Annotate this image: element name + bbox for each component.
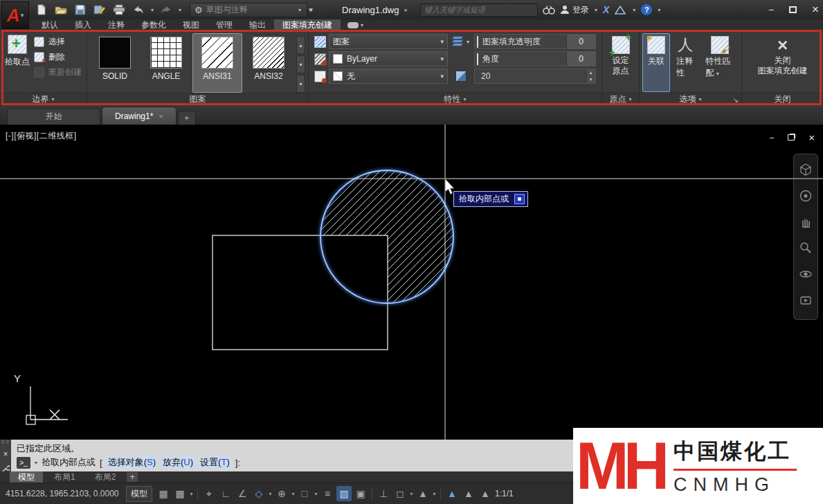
tab-parametric[interactable]: 参数化	[133, 19, 174, 30]
pattern-ansi32[interactable]: ANSI32	[244, 33, 293, 93]
annotation-scale-value[interactable]: 1:1/1	[495, 489, 514, 498]
doc-restore-button[interactable]	[788, 134, 795, 141]
pattern-solid[interactable]: SOLID	[90, 33, 140, 93]
help-button[interactable]: ?	[641, 4, 652, 15]
tab-close-icon[interactable]: ×	[159, 112, 163, 120]
panel-options-footer[interactable]: 选项 ▾ ↘	[640, 92, 741, 105]
doc-nav-arrow-icon[interactable]: ▸	[404, 6, 408, 13]
hatch-color-combo[interactable]: ByLayer ▾	[329, 51, 448, 66]
pattern-ansi31[interactable]: ANSI31	[192, 33, 242, 93]
new-file-button[interactable]	[33, 2, 50, 17]
option-settings[interactable]: 设置(T)	[199, 456, 231, 469]
search-input[interactable]	[420, 3, 538, 17]
viewport-controls[interactable]: [-][俯视][二维线框]	[6, 130, 77, 142]
transparency-toggle[interactable]: ▨	[336, 486, 352, 501]
search-binoculars-icon[interactable]	[542, 3, 556, 17]
object-snap-toggle[interactable]: □	[297, 486, 312, 501]
orbit-icon[interactable]	[799, 267, 813, 285]
pan-hand-icon[interactable]	[799, 215, 813, 233]
tab-start[interactable]: 开始	[7, 108, 100, 125]
dynamic-ucs-toggle[interactable]: ⊥	[376, 486, 391, 501]
annotation-monitor-caret[interactable]: ▾	[431, 491, 437, 497]
hatch-transparency-field[interactable]: 图案填充透明度 0	[474, 34, 596, 49]
drawing-canvas[interactable]: [-][俯视][二维线框] − × 拾取内部点或 Y	[0, 125, 823, 440]
doc-minimize-button[interactable]: −	[769, 133, 774, 143]
a360-caret[interactable]: ▾	[631, 7, 637, 13]
object-snap-tracking-toggle[interactable]: ⊕	[274, 486, 289, 501]
new-layout-button[interactable]: +	[127, 472, 138, 482]
workspace-cube-button[interactable]: ◻	[392, 486, 408, 501]
pick-points-button[interactable]: + 拾取点	[3, 33, 32, 92]
doc-close-button[interactable]: ×	[808, 132, 815, 143]
prompt-caret[interactable]: ▾	[35, 460, 37, 466]
exchange-apps-icon[interactable]: X	[603, 4, 609, 15]
pattern-angle[interactable]: ANGLE	[141, 33, 191, 93]
model-space-button[interactable]: 模型	[126, 486, 152, 502]
close-hatch-creation-button[interactable]: × 关闭图案填充创建	[753, 33, 813, 92]
customize-wrench-icon[interactable]	[1, 465, 10, 471]
recreate-boundary-button[interactable]: 重新创建	[33, 66, 82, 78]
otrack-caret[interactable]: ▾	[290, 491, 296, 497]
sign-in-button[interactable]: 登录	[560, 4, 589, 16]
associative-toggle[interactable]: ✦ 关联	[642, 33, 670, 92]
option-undo[interactable]: 放弃(U)	[161, 456, 195, 469]
dynamic-input-toggle[interactable]: ⌖	[201, 486, 217, 501]
redo-dropdown-caret[interactable]: ▾	[177, 7, 183, 13]
polar-tracking-toggle[interactable]: ∠	[235, 486, 250, 501]
zoom-icon[interactable]	[799, 241, 813, 258]
gallery-scroll-up[interactable]: ▴	[296, 36, 305, 54]
application-menu-button[interactable]: A ▾	[1, 1, 29, 29]
tab-view[interactable]: 视图	[174, 19, 208, 30]
panel-properties-footer[interactable]: 特性 ▾	[309, 92, 602, 105]
undo-dropdown-caret[interactable]: ▾	[150, 7, 155, 13]
open-file-button[interactable]	[53, 2, 69, 17]
annotation-scale-button[interactable]: ▲	[478, 486, 493, 501]
hatch-background-combo[interactable]: 无 ▾	[329, 69, 448, 84]
save-button[interactable]	[72, 2, 89, 17]
prompt-icon[interactable]: >_	[17, 457, 30, 469]
lineweight-toggle[interactable]: ≡	[320, 486, 335, 501]
steering-wheel-icon[interactable]	[799, 189, 813, 206]
print-button[interactable]	[111, 2, 127, 17]
scale-spinner[interactable]: ▴▾	[586, 69, 595, 83]
isodraft-caret[interactable]: ▾	[267, 491, 273, 497]
tooltip-expand-button[interactable]	[514, 194, 525, 204]
tab-manage[interactable]: 管理	[208, 19, 241, 30]
workspace-switcher[interactable]: ⚙ 草图与注释 ▾	[190, 3, 307, 17]
gallery-expand[interactable]: ▾	[296, 75, 305, 93]
hatch-scale-field[interactable]: 20 ▴▾	[474, 69, 596, 84]
ribbon-display-toggle[interactable]: ▾	[347, 22, 363, 28]
save-as-button[interactable]	[91, 2, 108, 17]
viewcube-icon[interactable]	[799, 163, 813, 180]
tab-model[interactable]: 模型	[10, 471, 43, 483]
a360-icon[interactable]	[613, 3, 627, 17]
hatch-type-combo[interactable]: 图案 ▾	[329, 34, 448, 49]
autoscale-button[interactable]: ▲	[461, 486, 476, 501]
new-drawing-tab-button[interactable]: +	[178, 111, 196, 125]
signin-caret[interactable]: ▾	[593, 7, 599, 13]
tab-layout1[interactable]: 布局1	[46, 471, 84, 483]
annotative-toggle[interactable]: 人 注释性	[671, 33, 699, 92]
dialog-launcher-icon[interactable]: ↘	[733, 96, 739, 104]
panel-origin-footer[interactable]: 原点 ▾	[602, 92, 639, 105]
qat-customize-button[interactable]: ▾▾	[309, 6, 313, 13]
redo-button[interactable]	[158, 2, 174, 17]
snap-mode-toggle[interactable]: ▩	[172, 486, 188, 501]
transparency-layers-button[interactable]: ▾	[451, 36, 471, 47]
snap-caret[interactable]: ▾	[188, 491, 195, 497]
set-origin-button[interactable]: ++ 设定原点	[607, 33, 635, 92]
close-button[interactable]: ×	[812, 3, 819, 17]
minimize-button[interactable]: −	[768, 4, 774, 15]
command-close-icon[interactable]: ×	[3, 449, 8, 459]
undo-button[interactable]	[130, 2, 147, 17]
tab-hatch-creation[interactable]: 图案填充创建	[274, 19, 341, 30]
tab-layout2[interactable]: 布局2	[87, 471, 125, 483]
ortho-mode-toggle[interactable]: ∟	[218, 486, 233, 501]
select-boundary-button[interactable]: 选择	[33, 36, 82, 48]
match-properties-button[interactable]: 🖌 特性匹配 ▾	[700, 33, 739, 92]
annotation-monitor-button[interactable]: ▲	[415, 486, 431, 501]
workspace-caret[interactable]: ▾	[408, 491, 415, 497]
remove-boundary-button[interactable]: × 删除	[33, 51, 82, 63]
maximize-button[interactable]	[789, 6, 797, 13]
help-caret[interactable]: ▾	[656, 7, 662, 13]
